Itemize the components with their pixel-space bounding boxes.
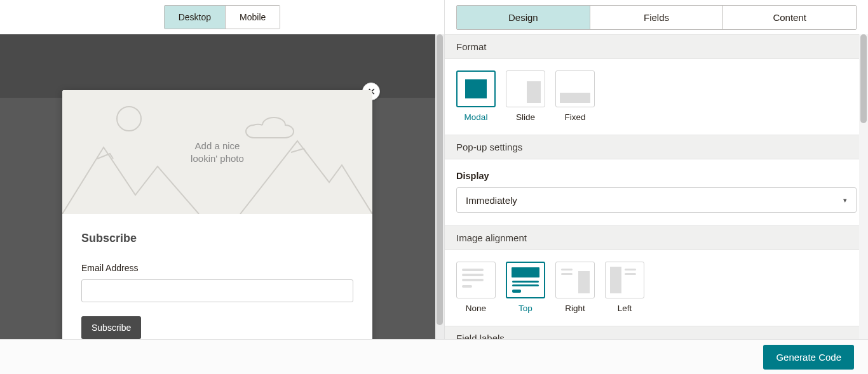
display-label: Display bbox=[456, 171, 857, 181]
align-top-label: Top bbox=[519, 304, 532, 313]
placeholder-line-2: lookin' photo bbox=[191, 152, 244, 165]
align-right-tile[interactable] bbox=[555, 262, 595, 298]
align-top-tile[interactable] bbox=[506, 262, 545, 298]
main-tabs: Design Fields Content bbox=[445, 0, 868, 34]
preview-scrollbar[interactable] bbox=[435, 34, 444, 339]
alignment-options-row: None Top Right bbox=[456, 262, 857, 313]
format-option-slide: Slide bbox=[506, 70, 545, 122]
placeholder-line-1: Add a nice bbox=[191, 139, 244, 152]
chevron-down-icon: ▾ bbox=[843, 196, 847, 204]
preview-pane: Desktop Mobile ✕ bbox=[0, 0, 445, 339]
preview-scroll-thumb[interactable] bbox=[437, 34, 443, 325]
format-options-row: Modal Slide Fixed bbox=[456, 70, 857, 122]
popup-title: Subscribe bbox=[81, 232, 353, 245]
format-fixed-label: Fixed bbox=[564, 112, 585, 122]
align-none-tile[interactable] bbox=[456, 262, 496, 298]
format-option-fixed: Fixed bbox=[555, 70, 595, 122]
align-option-right: Right bbox=[555, 262, 595, 313]
section-image-alignment-header: Image alignment bbox=[445, 225, 868, 250]
popup-body: Subscribe Email Address Subscribe bbox=[62, 214, 372, 339]
section-format-header: Format bbox=[445, 34, 868, 59]
align-none-label: None bbox=[466, 304, 486, 313]
placeholder-text: Add a nice lookin' photo bbox=[191, 139, 244, 165]
tab-content[interactable]: Content bbox=[722, 6, 856, 29]
section-field-labels-header: Field labels bbox=[445, 326, 868, 339]
section-popup-settings-body: Display Immediately ▾ bbox=[445, 159, 868, 225]
settings-scroll-thumb[interactable] bbox=[860, 34, 867, 123]
footer-bar: Generate Code bbox=[0, 339, 868, 374]
popup-email-label: Email Address bbox=[81, 263, 353, 273]
format-option-modal: Modal bbox=[456, 70, 496, 122]
align-right-label: Right bbox=[565, 304, 585, 313]
popup-image-placeholder[interactable]: Add a nice lookin' photo bbox=[62, 90, 372, 214]
align-left-tile[interactable] bbox=[605, 262, 644, 298]
section-popup-settings-header: Pop-up settings bbox=[445, 135, 868, 159]
device-segmented-control: Desktop Mobile bbox=[164, 5, 281, 29]
generate-code-button[interactable]: Generate Code bbox=[763, 345, 854, 370]
popup-submit-button[interactable]: Subscribe bbox=[81, 316, 141, 339]
format-slide-label: Slide bbox=[516, 112, 535, 122]
section-image-alignment-body: None Top Right bbox=[445, 250, 868, 326]
align-option-top: Top bbox=[506, 262, 545, 313]
tab-design[interactable]: Design bbox=[457, 6, 590, 29]
display-select-value: Immediately bbox=[466, 195, 517, 206]
settings-pane: Design Fields Content Format Modal Slide bbox=[445, 0, 868, 339]
settings-scroll-area: Format Modal Slide Fixed bbox=[445, 34, 868, 339]
main-tabs-segmented: Design Fields Content bbox=[456, 5, 857, 30]
format-modal-tile[interactable] bbox=[456, 70, 496, 107]
device-desktop-button[interactable]: Desktop bbox=[165, 6, 225, 29]
svg-point-0 bbox=[117, 107, 141, 131]
device-mobile-button[interactable]: Mobile bbox=[225, 6, 280, 29]
popup-preview: ✕ Add a nice lookin' photo bbox=[62, 90, 372, 339]
format-modal-label: Modal bbox=[465, 112, 488, 122]
format-slide-tile[interactable] bbox=[506, 70, 545, 107]
align-left-label: Left bbox=[618, 304, 632, 313]
align-option-left: Left bbox=[605, 262, 644, 313]
device-tabs: Desktop Mobile bbox=[0, 0, 444, 34]
align-option-none: None bbox=[456, 262, 496, 313]
format-fixed-tile[interactable] bbox=[555, 70, 595, 107]
preview-stage: ✕ Add a nice lookin' photo bbox=[0, 34, 444, 339]
settings-scrollbar[interactable] bbox=[859, 34, 868, 339]
section-format-body: Modal Slide Fixed bbox=[445, 59, 868, 135]
tab-fields[interactable]: Fields bbox=[590, 6, 723, 29]
popup-email-input[interactable] bbox=[81, 279, 353, 302]
display-select[interactable]: Immediately ▾ bbox=[456, 187, 857, 213]
